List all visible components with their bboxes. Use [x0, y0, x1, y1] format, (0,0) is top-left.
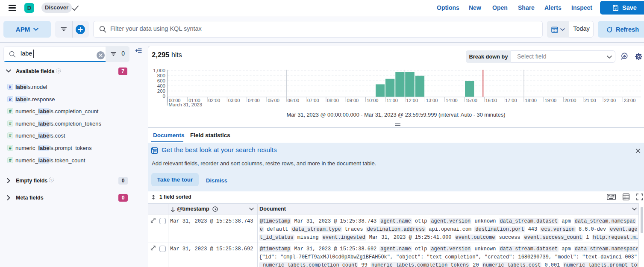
- svg-text:03:00: 03:00: [228, 98, 240, 103]
- svg-text:02:00: 02:00: [209, 98, 221, 103]
- svg-text:?: ?: [50, 178, 53, 182]
- svg-text:0: 0: [163, 94, 165, 99]
- svg-text:March 31, 2023: March 31, 2023: [169, 102, 203, 107]
- svg-text:1,000: 1,000: [153, 68, 165, 73]
- svg-text:07:00: 07:00: [307, 98, 319, 103]
- svg-text:400: 400: [157, 83, 165, 88]
- svg-text:16:00: 16:00: [485, 98, 497, 103]
- svg-text:?: ?: [58, 69, 60, 73]
- svg-text:08:00: 08:00: [327, 98, 339, 103]
- svg-text:23:00: 23:00: [624, 98, 636, 103]
- svg-text:11:00: 11:00: [386, 98, 398, 103]
- svg-text:21:00: 21:00: [584, 98, 596, 103]
- svg-text:06:00: 06:00: [288, 98, 300, 103]
- svg-text:14:00: 14:00: [446, 98, 458, 103]
- svg-text:05:00: 05:00: [268, 98, 279, 103]
- svg-text:09:00: 09:00: [347, 98, 359, 103]
- svg-text:800: 800: [157, 73, 165, 78]
- svg-text:15:00: 15:00: [465, 98, 477, 103]
- svg-text:22:00: 22:00: [604, 98, 616, 103]
- svg-text:19:00: 19:00: [545, 98, 557, 103]
- svg-text:17:00: 17:00: [505, 98, 517, 103]
- svg-text:600: 600: [157, 78, 165, 83]
- svg-text:12:00: 12:00: [406, 98, 418, 103]
- svg-text:10:00: 10:00: [367, 98, 379, 103]
- svg-text:18:00: 18:00: [525, 98, 537, 103]
- svg-text:20:00: 20:00: [565, 98, 576, 103]
- svg-text:200: 200: [157, 88, 165, 94]
- svg-text:04:00: 04:00: [248, 98, 260, 103]
- svg-text:13:00: 13:00: [426, 98, 438, 103]
